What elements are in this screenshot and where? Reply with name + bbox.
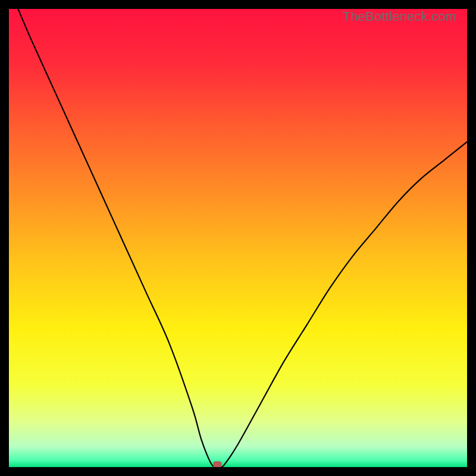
gradient-background (9, 9, 467, 467)
chart-frame: TheBottleneck.com (9, 9, 467, 467)
watermark-text: TheBottleneck.com (342, 9, 456, 24)
optimal-point-marker (213, 461, 221, 467)
bottleneck-chart (9, 9, 467, 467)
